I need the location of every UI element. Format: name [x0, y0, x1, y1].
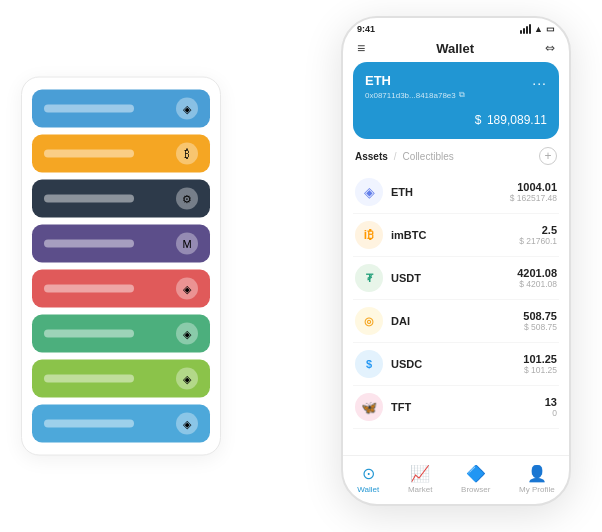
table-row[interactable]: ◈ ETH 1004.01 $ 162517.48 — [353, 171, 559, 214]
eth-card[interactable]: ETH ... 0x08711d3b...8418a78e3 ⧉ $ 189,0… — [353, 62, 559, 139]
asset-name: USDT — [391, 272, 517, 284]
asset-name: USDC — [391, 358, 523, 370]
card-text-bar — [44, 105, 134, 113]
eth-card-menu[interactable]: ... — [532, 72, 547, 88]
card-icon: ₿ — [176, 143, 198, 165]
nav-profile[interactable]: 👤 My Profile — [519, 464, 555, 494]
nav-market[interactable]: 📈 Market — [408, 464, 432, 494]
card-text-bar — [44, 195, 134, 203]
asset-name: ETH — [391, 186, 510, 198]
card-text-bar — [44, 240, 134, 248]
phone-frame: 9:41 ▲ ▭ ≡ Wallet ⇔ ETH ... — [341, 16, 571, 506]
card-stack: ◈ ₿ ⚙ M ◈ ◈ ◈ ◈ — [21, 77, 221, 456]
asset-amount-usd: $ 508.75 — [523, 322, 557, 332]
nav-browser[interactable]: 🔷 Browser — [461, 464, 490, 494]
eth-icon: ◈ — [355, 178, 383, 206]
asset-list: ◈ ETH 1004.01 $ 162517.48 i₿ imBTC 2.5 $… — [343, 171, 569, 455]
add-asset-button[interactable]: + — [539, 147, 557, 165]
asset-amount-main: 101.25 — [523, 353, 557, 365]
nav-wallet[interactable]: ⊙ Wallet — [357, 464, 379, 494]
eth-card-header: ETH ... — [365, 72, 547, 88]
nav-browser-label: Browser — [461, 485, 490, 494]
card-text-bar — [44, 420, 134, 428]
table-row[interactable]: ◎ DAI 508.75 $ 508.75 — [353, 300, 559, 343]
table-row[interactable]: $ USDC 101.25 $ 101.25 — [353, 343, 559, 386]
profile-nav-icon: 👤 — [527, 464, 547, 483]
dai-icon: ◎ — [355, 307, 383, 335]
assets-tabs: Assets / Collectibles — [355, 151, 454, 162]
card-text-bar — [44, 150, 134, 158]
asset-amount-usd: $ 101.25 — [523, 365, 557, 375]
wallet-nav-icon: ⊙ — [362, 464, 375, 483]
list-item[interactable]: ◈ — [32, 315, 210, 353]
eth-card-address: 0x08711d3b...8418a78e3 ⧉ — [365, 90, 547, 100]
asset-amount-usd: $ 4201.08 — [517, 279, 557, 289]
nav-market-label: Market — [408, 485, 432, 494]
asset-amount-main: 4201.08 — [517, 267, 557, 279]
bottom-nav: ⊙ Wallet 📈 Market 🔷 Browser 👤 My Profile — [343, 455, 569, 504]
status-icons: ▲ ▭ — [520, 24, 555, 34]
list-item[interactable]: ◈ — [32, 405, 210, 443]
card-text-bar — [44, 330, 134, 338]
signal-icon — [520, 24, 531, 34]
tft-icon: 🦋 — [355, 393, 383, 421]
wifi-icon: ▲ — [534, 24, 543, 34]
asset-amounts: 2.5 $ 21760.1 — [519, 224, 557, 246]
card-text-bar — [44, 285, 134, 293]
tab-collectibles[interactable]: Collectibles — [403, 151, 454, 162]
asset-amount-main: 508.75 — [523, 310, 557, 322]
card-icon: ◈ — [176, 323, 198, 345]
card-icon: ◈ — [176, 278, 198, 300]
asset-name: TFT — [391, 401, 545, 413]
list-item[interactable]: M — [32, 225, 210, 263]
time-display: 9:41 — [357, 24, 375, 34]
phone-header: ≡ Wallet ⇔ — [343, 36, 569, 62]
usdt-icon: ₮ — [355, 264, 383, 292]
card-icon: ◈ — [176, 98, 198, 120]
tab-assets[interactable]: Assets — [355, 151, 388, 162]
market-nav-icon: 📈 — [410, 464, 430, 483]
assets-header: Assets / Collectibles + — [343, 147, 569, 171]
asset-amounts: 1004.01 $ 162517.48 — [510, 181, 557, 203]
copy-icon[interactable]: ⧉ — [459, 90, 465, 100]
asset-amount-main: 1004.01 — [510, 181, 557, 193]
asset-name: DAI — [391, 315, 523, 327]
list-item[interactable]: ◈ — [32, 270, 210, 308]
asset-amounts: 4201.08 $ 4201.08 — [517, 267, 557, 289]
card-icon: ◈ — [176, 413, 198, 435]
asset-name: imBTC — [391, 229, 519, 241]
browser-nav-icon: 🔷 — [466, 464, 486, 483]
list-item[interactable]: ₿ — [32, 135, 210, 173]
expand-icon[interactable]: ⇔ — [545, 41, 555, 55]
table-row[interactable]: 🦋 TFT 13 0 — [353, 386, 559, 429]
asset-amounts: 101.25 $ 101.25 — [523, 353, 557, 375]
asset-amount-main: 2.5 — [519, 224, 557, 236]
list-item[interactable]: ◈ — [32, 360, 210, 398]
status-bar: 9:41 ▲ ▭ — [343, 18, 569, 36]
card-icon: ◈ — [176, 368, 198, 390]
table-row[interactable]: ₮ USDT 4201.08 $ 4201.08 — [353, 257, 559, 300]
asset-amount-main: 13 — [545, 396, 557, 408]
menu-icon[interactable]: ≡ — [357, 40, 365, 56]
asset-amounts: 508.75 $ 508.75 — [523, 310, 557, 332]
battery-icon: ▭ — [546, 24, 555, 34]
nav-profile-label: My Profile — [519, 485, 555, 494]
tab-slash: / — [394, 151, 397, 162]
page-title: Wallet — [436, 41, 474, 56]
asset-amounts: 13 0 — [545, 396, 557, 418]
card-icon: M — [176, 233, 198, 255]
card-text-bar — [44, 375, 134, 383]
table-row[interactable]: i₿ imBTC 2.5 $ 21760.1 — [353, 214, 559, 257]
usdc-icon: $ — [355, 350, 383, 378]
imbtc-icon: i₿ — [355, 221, 383, 249]
nav-wallet-label: Wallet — [357, 485, 379, 494]
list-item[interactable]: ◈ — [32, 90, 210, 128]
asset-amount-usd: $ 21760.1 — [519, 236, 557, 246]
card-icon: ⚙ — [176, 188, 198, 210]
eth-card-title: ETH — [365, 73, 391, 88]
list-item[interactable]: ⚙ — [32, 180, 210, 218]
eth-card-amount: $ 189,089.11 — [365, 106, 547, 129]
asset-amount-usd: $ 162517.48 — [510, 193, 557, 203]
scene: ◈ ₿ ⚙ M ◈ ◈ ◈ ◈ — [21, 16, 581, 516]
asset-amount-usd: 0 — [545, 408, 557, 418]
